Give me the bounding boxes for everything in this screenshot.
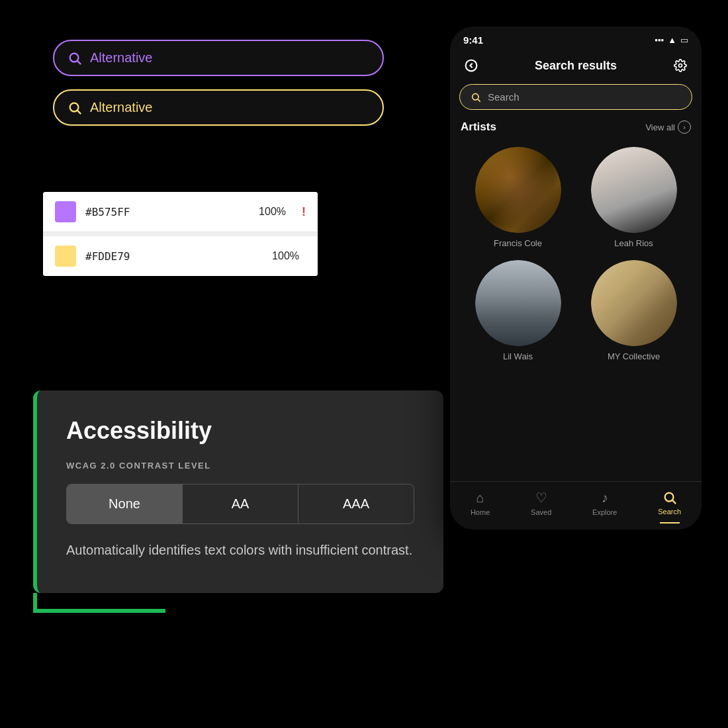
wcag-buttons-group: None AA AAA [66, 484, 414, 524]
accessibility-description: Automatically identifies text colors wit… [66, 540, 414, 560]
svg-line-3 [77, 111, 81, 114]
purple-search-bar[interactable]: Alternative [53, 40, 384, 76]
phone-search-input: Search [488, 91, 520, 103]
home-icon: ⌂ [477, 490, 484, 506]
artist-avatar-leah [591, 147, 677, 233]
view-all-text: View all [645, 122, 675, 132]
explore-icon: ♪ [602, 490, 608, 506]
color-hex-yellow: #FDDE79 [85, 250, 263, 263]
phone-search-icon [471, 92, 481, 103]
wcag-aaa-button[interactable]: AAA [298, 484, 414, 523]
artist-avatar-francis [475, 147, 561, 233]
wifi-icon: ▲ [668, 35, 676, 45]
artist-avatar-lil [475, 260, 561, 346]
artist-photo-leah [591, 147, 677, 233]
color-row-yellow: #FDDE79 100% [43, 236, 318, 276]
view-all-button[interactable]: View all › [645, 120, 691, 134]
search-label: Search [658, 508, 681, 516]
artist-item-francis[interactable]: Francis Cole [461, 142, 575, 253]
artist-name-lil: Lil Wais [503, 351, 533, 361]
purple-search-icon [68, 51, 82, 66]
color-swatch-yellow [55, 246, 76, 267]
artist-item-lil[interactable]: Lil Wais [461, 255, 575, 367]
yellow-search-text: Alternative [90, 100, 153, 115]
status-bar: 9:41 ▪▪▪ ▲ ▭ [450, 26, 702, 50]
back-button[interactable] [461, 55, 482, 76]
settings-button[interactable] [670, 55, 691, 76]
explore-label: Explore [592, 508, 617, 516]
yellow-search-bar[interactable]: Alternative [53, 89, 384, 126]
wcag-label: WCAG 2.0 CONTRAST LEVEL [66, 461, 414, 471]
svg-point-8 [664, 493, 673, 502]
search-underline [660, 522, 680, 523]
svg-point-6 [473, 93, 478, 99]
color-panel: #B575FF 100% ! #FDDE79 100% [43, 192, 318, 276]
color-hex-purple: #B575FF [85, 206, 250, 218]
accessibility-panel: Accessibility WCAG 2.0 CONTRAST LEVEL No… [33, 390, 443, 593]
signal-icon: ▪▪▪ [655, 35, 664, 45]
status-icons: ▪▪▪ ▲ ▭ [655, 35, 688, 45]
artists-header: Artists View all › [450, 120, 702, 142]
artist-name-francis: Francis Cole [494, 238, 542, 248]
status-time: 9:41 [463, 34, 483, 46]
color-swatch-purple [55, 201, 76, 222]
artists-label: Artists [461, 120, 496, 134]
svg-line-7 [478, 99, 480, 102]
artists-grid: Francis Cole Leah Rios Lil Wais MY Colle… [450, 142, 702, 367]
phone-header: Search results [450, 50, 702, 84]
wcag-aa-button[interactable]: AA [183, 484, 298, 523]
svg-line-1 [77, 61, 81, 64]
svg-point-5 [678, 64, 682, 68]
nav-item-explore[interactable]: ♪ Explore [592, 490, 617, 516]
phone-mockup: 9:41 ▪▪▪ ▲ ▭ Search results Search [450, 26, 702, 529]
svg-point-0 [70, 53, 79, 62]
artist-photo-francis [475, 147, 561, 233]
phone-header-title: Search results [535, 59, 617, 73]
svg-point-4 [466, 60, 477, 71]
artist-name-my: MY Collective [608, 351, 660, 361]
saved-label: Saved [531, 508, 551, 516]
view-all-arrow-icon: › [678, 120, 691, 134]
search-bars-container: Alternative Alternative [53, 40, 384, 126]
wcag-none-button[interactable]: None [67, 484, 183, 523]
color-opacity-yellow: 100% [272, 250, 299, 262]
artist-item-my[interactable]: MY Collective [576, 255, 691, 367]
yellow-search-icon [68, 101, 82, 115]
accessibility-title: Accessibility [66, 417, 414, 445]
phone-search-bar[interactable]: Search [459, 84, 692, 110]
nav-item-saved[interactable]: ♡ Saved [531, 490, 551, 516]
artist-item-leah[interactable]: Leah Rios [576, 142, 691, 253]
artist-photo-my [591, 260, 677, 346]
purple-search-text: Alternative [90, 50, 153, 66]
color-row-purple: #B575FF 100% ! [43, 192, 318, 232]
svg-line-9 [672, 500, 676, 504]
bottom-nav: ⌂ Home ♡ Saved ♪ Explore Search [450, 481, 702, 529]
nav-item-search[interactable]: Search [658, 490, 681, 516]
battery-icon: ▭ [680, 35, 688, 45]
color-warning-icon: ! [302, 205, 306, 219]
svg-point-2 [70, 103, 79, 111]
search-nav-icon [662, 490, 677, 505]
saved-icon: ♡ [535, 490, 547, 506]
artist-name-leah: Leah Rios [614, 238, 653, 248]
nav-item-home[interactable]: ⌂ Home [471, 490, 490, 516]
artist-photo-lil [475, 260, 561, 346]
home-label: Home [471, 508, 490, 516]
color-opacity-purple: 100% [259, 206, 286, 218]
artist-avatar-my [591, 260, 677, 346]
